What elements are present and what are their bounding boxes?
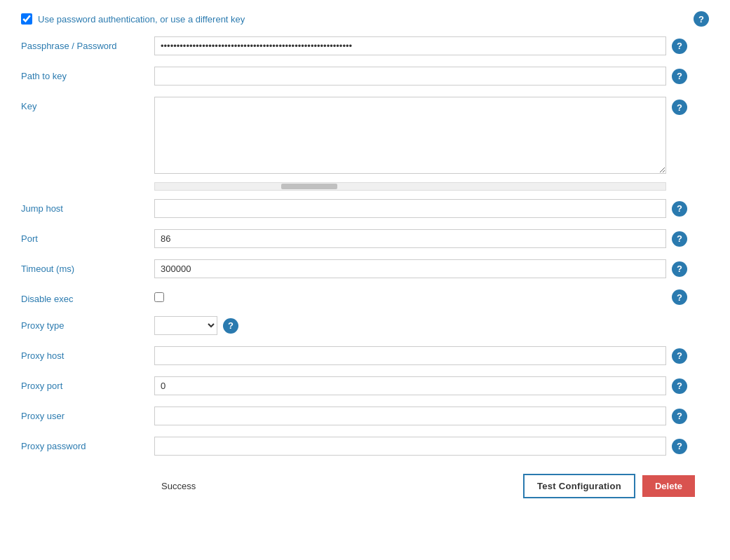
proxy-user-input[interactable]	[154, 407, 666, 425]
key-scrollbar[interactable]	[154, 182, 666, 191]
key-help-icon[interactable]: ?	[672, 100, 687, 115]
passphrase-help-icon[interactable]: ?	[672, 39, 687, 54]
passphrase-label: Passphrase / Password	[14, 36, 154, 51]
disable-exec-label: Disable exec	[14, 289, 154, 304]
key-label: Key	[14, 97, 154, 111]
proxy-user-help-icon[interactable]: ?	[672, 409, 687, 424]
port-label: Port	[14, 229, 154, 244]
disable-exec-help-icon[interactable]: ?	[672, 289, 687, 305]
test-configuration-button[interactable]: Test Configuration	[523, 474, 635, 498]
key-scrollbar-thumb	[281, 184, 337, 189]
port-input[interactable]	[154, 229, 666, 248]
timeout-help-icon[interactable]: ?	[672, 261, 687, 277]
proxy-password-help-icon[interactable]: ?	[672, 439, 687, 454]
passphrase-input[interactable]	[154, 36, 666, 55]
proxy-type-row: Proxy type SOCKS4 SOCKS5 HTTP ?	[14, 313, 716, 338]
timeout-row: Timeout (ms) ?	[14, 257, 716, 281]
proxy-host-help-icon[interactable]: ?	[672, 348, 687, 364]
jump-host-row: Jump host ?	[14, 196, 716, 221]
proxy-type-select[interactable]: SOCKS4 SOCKS5 HTTP	[154, 316, 217, 335]
proxy-port-row: Proxy port ?	[14, 374, 716, 398]
port-row: Port ?	[14, 226, 716, 251]
proxy-user-row: Proxy user ?	[14, 404, 716, 428]
status-text: Success	[14, 481, 196, 491]
proxy-type-label: Proxy type	[14, 316, 154, 331]
port-help-icon[interactable]: ?	[672, 231, 687, 247]
disable-exec-checkbox[interactable]	[154, 292, 164, 302]
proxy-user-label: Proxy user	[14, 407, 154, 421]
use-password-label: Use password authentication, or use a di…	[38, 14, 245, 25]
use-password-row: Use password authentication, or use a di…	[14, 7, 716, 34]
jump-host-help-icon[interactable]: ?	[672, 201, 687, 217]
key-textarea[interactable]	[154, 97, 666, 174]
proxy-password-input[interactable]	[154, 437, 666, 456]
proxy-password-row: Proxy password ?	[14, 434, 716, 458]
path-to-key-label: Path to key	[14, 67, 154, 81]
timeout-label: Timeout (ms)	[14, 259, 154, 274]
delete-button[interactable]: Delete	[642, 475, 695, 497]
proxy-host-label: Proxy host	[14, 346, 154, 361]
proxy-type-help-icon[interactable]: ?	[223, 318, 238, 334]
jump-host-input[interactable]	[154, 199, 666, 218]
key-row: Key ?	[14, 94, 716, 177]
path-to-key-row: Path to key ?	[14, 64, 716, 88]
path-to-key-input[interactable]	[154, 67, 666, 86]
path-to-key-help-icon[interactable]: ?	[672, 69, 687, 84]
use-password-help-icon[interactable]: ?	[694, 11, 709, 27]
jump-host-label: Jump host	[14, 199, 154, 214]
proxy-port-help-icon[interactable]: ?	[672, 378, 687, 394]
proxy-password-label: Proxy password	[14, 437, 154, 451]
disable-exec-row: Disable exec ?	[14, 287, 716, 308]
proxy-host-row: Proxy host ?	[14, 343, 716, 368]
proxy-host-input[interactable]	[154, 346, 666, 365]
use-password-checkbox[interactable]	[21, 13, 32, 25]
proxy-port-label: Proxy port	[14, 376, 154, 391]
passphrase-row: Passphrase / Password ?	[14, 34, 716, 58]
timeout-input[interactable]	[154, 259, 666, 278]
proxy-port-input[interactable]	[154, 376, 666, 395]
